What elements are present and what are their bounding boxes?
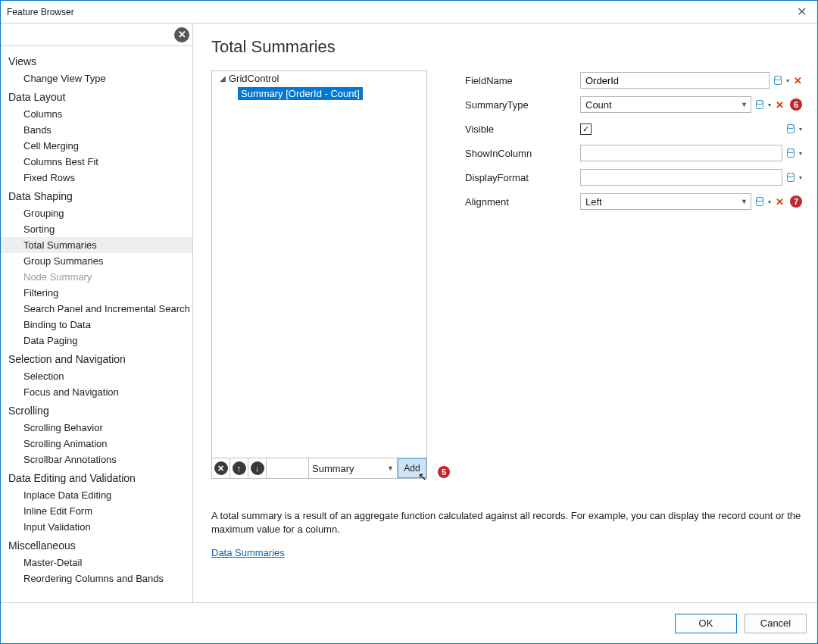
sidebar-item[interactable]: Sorting (1, 221, 192, 237)
footer: OK Cancel (1, 602, 817, 643)
property-text-input[interactable] (580, 169, 782, 186)
sidebar-item[interactable]: Group Summaries (1, 253, 192, 269)
window-title: Feature Browser (7, 7, 74, 17)
description-text: A total summary is a result of an aggreg… (211, 509, 802, 536)
reset-icon[interactable]: ✕ (776, 99, 784, 111)
property-label: SummaryType (465, 99, 580, 111)
property-label: Alignment (465, 196, 580, 208)
property-row: Visible✓▾ (465, 119, 802, 139)
chevron-down-icon[interactable]: ▾ (786, 77, 789, 84)
chevron-down-icon: ▼ (741, 101, 748, 108)
database-icon[interactable] (787, 173, 795, 182)
toolbar-spacer (267, 458, 309, 478)
callout-badge-5: 5 (438, 466, 450, 478)
chevron-down-icon[interactable]: ▾ (799, 126, 802, 133)
close-icon[interactable]: ✕ (792, 5, 811, 19)
property-row: DisplayFormat▾ (465, 167, 802, 187)
sidebar-item[interactable]: Node Summary (1, 269, 192, 285)
cancel-button[interactable]: Cancel (745, 614, 807, 633)
property-label: DisplayFormat (465, 172, 580, 183)
sidebar-item[interactable]: Grouping (1, 205, 192, 221)
ok-button[interactable]: OK (675, 614, 737, 633)
tree-root-node[interactable]: ◢ GridControl (212, 71, 426, 86)
sidebar-category[interactable]: Scrolling (1, 400, 192, 420)
clear-search-icon[interactable]: ✕ (174, 27, 189, 42)
sidebar-item[interactable]: Scrolling Animation (1, 436, 192, 452)
sidebar-item[interactable]: Total Summaries (1, 237, 192, 253)
titlebar: Feature Browser ✕ (1, 1, 817, 23)
sidebar-category[interactable]: Data Layout (1, 86, 192, 106)
callout-badge: 7 (790, 195, 802, 208)
data-summaries-link[interactable]: Data Summaries (211, 547, 802, 558)
property-text-input[interactable] (580, 72, 770, 89)
property-field: ▾✕ (580, 72, 802, 89)
database-icon[interactable] (774, 76, 782, 85)
property-combo[interactable]: Left▼ (580, 193, 751, 210)
reset-icon[interactable]: ✕ (794, 75, 802, 86)
sidebar-item[interactable]: Data Paging (1, 333, 192, 349)
property-checkbox[interactable]: ✓ (580, 123, 592, 135)
move-up-button[interactable]: ↑ (230, 458, 248, 478)
property-field: ✓▾ (580, 123, 802, 135)
sidebar-item[interactable]: Inline Edit Form (1, 503, 192, 519)
sidebar-item[interactable]: Inplace Data Editing (1, 487, 192, 503)
property-field: Left▼▾✕7 (580, 193, 802, 210)
sidebar-category[interactable]: Views (1, 51, 192, 70)
sidebar-item[interactable]: Master-Detail (1, 555, 192, 571)
chevron-down-icon[interactable]: ▾ (799, 150, 802, 157)
sidebar-item[interactable]: Columns (1, 106, 192, 122)
chevron-down-icon[interactable]: ▾ (768, 199, 771, 205)
property-text-input[interactable] (580, 145, 782, 161)
property-row: SummaryTypeCount▼▾✕6 (465, 95, 802, 114)
database-icon[interactable] (756, 100, 763, 109)
sidebar-item[interactable]: Selection (1, 368, 192, 384)
sidebar-category[interactable]: Miscellaneous (1, 535, 192, 555)
tree-child-node[interactable]: Summary [OrderId - Count] (238, 87, 363, 100)
move-down-button[interactable]: ↓ (248, 458, 267, 478)
reset-icon[interactable]: ✕ (776, 196, 784, 208)
feature-browser-window: Feature Browser ✕ ✕ ViewsChange View Typ… (0, 0, 818, 644)
chevron-down-icon: ▼ (387, 464, 394, 472)
sidebar-item[interactable]: Bands (1, 122, 192, 138)
summary-tree[interactable]: ◢ GridControl Summary [OrderId - Count] (211, 70, 427, 458)
sidebar-item[interactable]: Columns Best Fit (1, 154, 192, 170)
property-field: ▾ (580, 145, 802, 161)
main-panel: Total Summaries ◢ GridControl Summary [O… (193, 23, 817, 602)
search-row: ✕ (1, 23, 192, 46)
sidebar-item[interactable]: Scrollbar Annotations (1, 452, 192, 467)
summary-type-select[interactable]: Summary ▼ (309, 458, 398, 478)
sidebar-category[interactable]: Data Shaping (1, 186, 192, 205)
sidebar-item[interactable]: Input Validation (1, 519, 192, 535)
chevron-down-icon[interactable]: ▾ (768, 102, 771, 108)
add-button[interactable]: Add (398, 458, 426, 478)
property-combo[interactable]: Count▼ (580, 96, 751, 113)
content-row: ◢ GridControl Summary [OrderId - Count] … (211, 70, 802, 479)
sidebar-item[interactable]: Fixed Rows (1, 170, 192, 186)
property-field: Count▼▾✕6 (580, 96, 802, 113)
property-row: ShowInColumn▾ (465, 143, 802, 163)
page-title: Total Summaries (211, 37, 802, 57)
sidebar-category[interactable]: Selection and Navigation (1, 349, 192, 368)
search-input[interactable] (1, 26, 174, 43)
sidebar-category[interactable]: Data Editing and Validation (1, 467, 192, 487)
chevron-down-icon[interactable]: ▾ (799, 174, 802, 181)
database-icon[interactable] (787, 124, 795, 133)
database-icon[interactable] (756, 197, 763, 206)
sidebar-item[interactable]: Cell Merging (1, 138, 192, 154)
property-label: ShowInColumn (465, 148, 580, 159)
database-icon[interactable] (787, 148, 795, 158)
sidebar-item[interactable]: Binding to Data (1, 317, 192, 333)
sidebar-item[interactable]: Scrolling Behavior (1, 420, 192, 436)
sidebar-item[interactable]: Change View Type (1, 70, 192, 86)
sidebar-item[interactable]: Focus and Navigation (1, 384, 192, 400)
body: ✕ ViewsChange View TypeData LayoutColumn… (1, 23, 817, 602)
properties-panel: FieldName▾✕SummaryTypeCount▼▾✕6Visible✓▾… (465, 70, 802, 211)
sidebar-item[interactable]: Search Panel and Incremental Search (1, 301, 192, 317)
sidebar-item[interactable]: Reordering Columns and Bands (1, 571, 192, 586)
sidebar-tree[interactable]: ViewsChange View TypeData LayoutColumnsB… (1, 46, 192, 602)
delete-button[interactable]: ✕ (212, 458, 230, 478)
sidebar-item[interactable]: Filtering (1, 285, 192, 301)
property-row: FieldName▾✕ (465, 70, 802, 90)
collapse-icon[interactable]: ◢ (220, 74, 227, 83)
chevron-down-icon: ▼ (741, 198, 748, 205)
